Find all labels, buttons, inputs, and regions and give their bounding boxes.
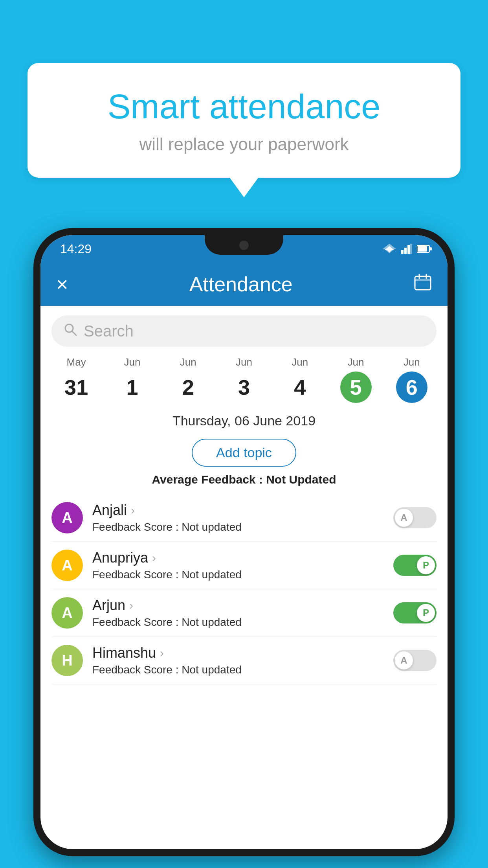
day-number: 4 xyxy=(284,371,316,403)
day-month-label: Jun xyxy=(104,356,160,368)
student-name: Arjun› xyxy=(92,597,393,614)
calendar-day-1[interactable]: Jun1 xyxy=(104,356,160,403)
wifi-icon xyxy=(382,244,396,254)
chevron-icon: › xyxy=(160,646,164,660)
toggle-container[interactable]: P xyxy=(393,602,437,623)
calendar-day-2[interactable]: Jun2 xyxy=(160,356,216,403)
feedback-label: Feedback Score : xyxy=(92,664,182,676)
svg-rect-4 xyxy=(407,245,410,254)
day-number: 6 xyxy=(396,371,427,403)
day-number: 31 xyxy=(61,371,92,403)
attendance-toggle[interactable]: A xyxy=(393,650,437,671)
day-number: 3 xyxy=(228,371,260,403)
attendance-toggle[interactable]: P xyxy=(393,602,437,623)
scrollable-content: Search May31Jun1Jun2Jun3Jun4Jun5Jun6 Thu… xyxy=(40,306,448,849)
feedback-label: Feedback Score : xyxy=(92,616,182,628)
feedback-label: Feedback Score : xyxy=(92,521,182,533)
student-feedback: Feedback Score : Not updated xyxy=(92,664,393,676)
svg-rect-5 xyxy=(410,244,412,254)
student-item[interactable]: AAnupriya›Feedback Score : Not updatedP xyxy=(51,542,437,589)
svg-rect-9 xyxy=(415,276,431,290)
day-number: 5 xyxy=(340,371,372,403)
student-avatar: A xyxy=(51,550,83,581)
phone-frame: 14:29 xyxy=(33,228,455,856)
student-info: Anjali›Feedback Score : Not updated xyxy=(92,502,393,533)
toggle-knob: P xyxy=(417,604,435,622)
speech-bubble: Smart attendance will replace your paper… xyxy=(28,63,460,178)
student-item[interactable]: HHimanshu›Feedback Score : Not updatedA xyxy=(51,637,437,684)
toggle-knob: A xyxy=(395,651,413,669)
calendar-day-5[interactable]: Jun5 xyxy=(328,356,383,403)
app-bar: × Attendance xyxy=(40,263,448,306)
calendar-icon[interactable] xyxy=(414,273,432,296)
battery-icon xyxy=(417,245,432,253)
day-month-label: Jun xyxy=(160,356,216,368)
phone-screen: 14:29 xyxy=(40,235,448,849)
toggle-container[interactable]: A xyxy=(393,650,437,671)
svg-rect-10 xyxy=(415,279,431,281)
student-name: Anjali› xyxy=(92,502,393,519)
calendar-day-6[interactable]: Jun6 xyxy=(384,356,440,403)
add-topic-button[interactable]: Add topic xyxy=(192,439,296,467)
attendance-toggle[interactable]: A xyxy=(393,507,437,528)
calendar-day-3[interactable]: Jun3 xyxy=(216,356,272,403)
speech-bubble-container: Smart attendance will replace your paper… xyxy=(28,63,460,178)
student-name: Himanshu› xyxy=(92,645,393,661)
chevron-icon: › xyxy=(152,551,156,565)
close-button[interactable]: × xyxy=(56,272,68,296)
avg-feedback-label: Average Feedback : xyxy=(152,473,266,486)
avg-feedback: Average Feedback : Not Updated xyxy=(40,473,448,486)
search-placeholder: Search xyxy=(84,322,134,340)
calendar-day-4[interactable]: Jun4 xyxy=(272,356,328,403)
status-icons xyxy=(382,244,432,254)
speech-bubble-title: Smart attendance xyxy=(59,86,429,127)
feedback-label: Feedback Score : xyxy=(92,568,182,581)
attendance-toggle[interactable]: P xyxy=(393,555,437,576)
student-feedback: Feedback Score : Not updated xyxy=(92,521,393,533)
day-month-label: Jun xyxy=(216,356,272,368)
toggle-knob: A xyxy=(395,509,413,527)
svg-line-14 xyxy=(72,331,76,335)
chevron-icon: › xyxy=(129,599,133,612)
day-number: 1 xyxy=(116,371,148,403)
feedback-value: Not updated xyxy=(182,568,242,581)
student-info: Arjun›Feedback Score : Not updated xyxy=(92,597,393,629)
speech-bubble-subtitle: will replace your paperwork xyxy=(59,134,429,154)
svg-rect-3 xyxy=(404,248,407,254)
search-icon xyxy=(63,322,77,340)
student-list: AAnjali›Feedback Score : Not updatedAAAn… xyxy=(40,494,448,684)
student-feedback: Feedback Score : Not updated xyxy=(92,616,393,629)
phone-camera xyxy=(239,241,249,250)
svg-rect-8 xyxy=(430,247,432,250)
student-name-text: Anupriya xyxy=(92,550,148,566)
phone-notch xyxy=(205,235,283,255)
student-name-text: Arjun xyxy=(92,597,125,614)
toggle-container[interactable]: A xyxy=(393,507,437,528)
student-info: Himanshu›Feedback Score : Not updated xyxy=(92,645,393,676)
feedback-value: Not updated xyxy=(182,664,242,676)
chevron-icon: › xyxy=(131,504,135,517)
day-month-label: Jun xyxy=(384,356,440,368)
day-month-label: Jun xyxy=(272,356,328,368)
student-info: Anupriya›Feedback Score : Not updated xyxy=(92,550,393,581)
phone-inner: 14:29 xyxy=(40,235,448,849)
svg-rect-7 xyxy=(418,246,427,252)
student-feedback: Feedback Score : Not updated xyxy=(92,568,393,581)
signal-icon xyxy=(401,244,412,254)
student-item[interactable]: AArjun›Feedback Score : Not updatedP xyxy=(51,589,437,637)
toggle-container[interactable]: P xyxy=(393,555,437,576)
day-month-label: May xyxy=(48,356,104,368)
svg-rect-2 xyxy=(401,250,404,254)
selected-date: Thursday, 06 June 2019 xyxy=(40,407,448,432)
student-name: Anupriya› xyxy=(92,550,393,566)
student-name-text: Himanshu xyxy=(92,645,156,661)
student-avatar: A xyxy=(51,502,83,533)
day-month-label: Jun xyxy=(328,356,383,368)
student-item[interactable]: AAnjali›Feedback Score : Not updatedA xyxy=(51,494,437,542)
toggle-knob: P xyxy=(417,556,435,574)
student-avatar: A xyxy=(51,597,83,629)
search-bar[interactable]: Search xyxy=(51,315,437,347)
calendar-day-31[interactable]: May31 xyxy=(48,356,104,403)
avg-feedback-value: Not Updated xyxy=(266,473,336,486)
app-bar-title: Attendance xyxy=(189,272,293,296)
